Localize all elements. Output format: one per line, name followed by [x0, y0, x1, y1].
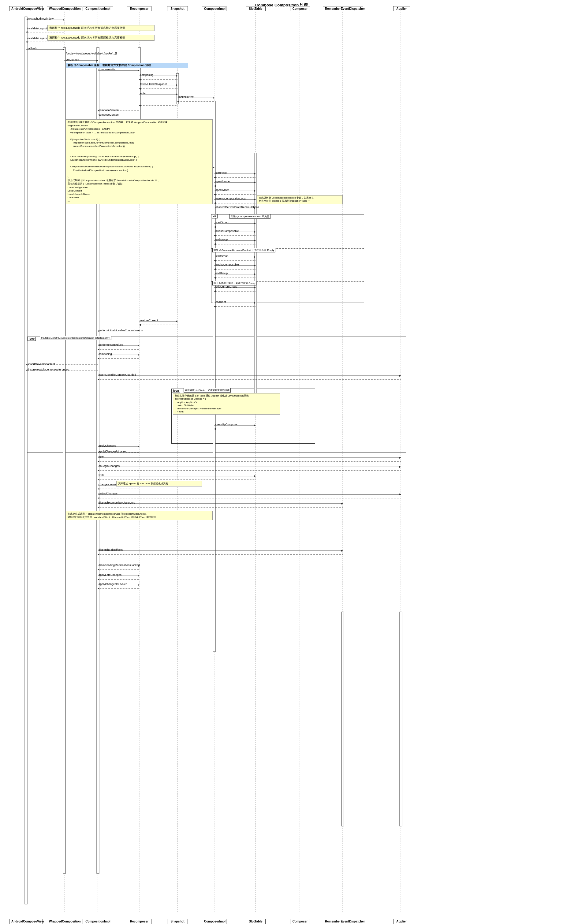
lifeline-footer-androidcomposeview: AndroidComposeView [9, 919, 43, 924]
label-changesinvoke: changes.invoke [99, 483, 118, 486]
label-applychangesinlocked2: applyChangesInLocked [99, 582, 127, 586]
note-changesinvoke: 实际通过 Applier 将 SlotTable 数据转化成实例 [116, 481, 202, 486]
svg-rect-14 [176, 74, 179, 104]
label-dispatchsideeffects: dispatchSideEffects [99, 548, 123, 551]
label-onattachedtowindow: onAttachedToWindow [27, 17, 54, 20]
label-endgroup1: endGroup [215, 238, 228, 241]
label-startgroup1: startGroup [215, 221, 228, 224]
lifeline-header-compositionimpl: CompositionImpl [83, 6, 113, 11]
lifeline-footer-snapshot: Snapshot [167, 919, 188, 924]
lifeline-header-composerimpl: ComposerImpl [202, 6, 227, 11]
label-insertmovablecontentreferences: insertMovableContentReferences [28, 368, 69, 371]
lifeline-header-androidcomposeview: AndroidComposeView [9, 6, 43, 11]
label-openwriter: openWriter [215, 189, 229, 192]
label-takemutablesnapshot: takeMutableSnapshot [140, 82, 167, 86]
note-composable-content: 在此时开始真正解析 @Composable content 的内容，如果对 Wr… [66, 119, 213, 204]
label-startgroup2: startGroup [215, 255, 228, 258]
label-performinitialmovable: performInitialMovableContentInserts [99, 329, 143, 332]
label-cleanupcompose: cleanUpCompose [215, 423, 237, 426]
note-alt-condition2: 如果 @Composable savedContent 不为空且不是 Empty [212, 248, 275, 252]
lifeline-footer-compositionimpl: CompositionImpl [83, 919, 113, 924]
lifeline-header-recomposer: Recomposer [127, 6, 152, 11]
label-composecontent1: composeContent [99, 109, 119, 112]
svg-rect-11 [63, 47, 66, 873]
label-enter: enter [140, 92, 147, 95]
lifeline-footer-composer: Composer [290, 919, 310, 924]
svg-rect-10 [25, 17, 27, 904]
label-insertmovablecontent: insertMovableContent [28, 363, 55, 366]
label-skipcurrentgroup: skipCurrentGroup [215, 285, 237, 288]
lifeline-footer-recomposer: Recomposer [127, 919, 152, 924]
label-applychanges: applyChanges [99, 444, 116, 447]
label-callback: callback [27, 47, 37, 50]
lifeline-footer-wrappedcomposition: WrappedComposition [47, 919, 82, 924]
alt-label: alt [212, 214, 218, 219]
label-startroot: startRoot [215, 171, 227, 174]
lifeline-header-slottable: SlotTable [246, 6, 266, 11]
label-observederivedstate: observeDerivedStateRecalculations [215, 206, 259, 208]
label-composeinitial: composeInitial [99, 68, 116, 71]
label-new: new [99, 455, 104, 458]
lifeline-header-composer: Composer [290, 6, 310, 11]
alt-frame [211, 214, 364, 303]
label-performinsertvalues: performInsertValues [99, 343, 123, 346]
note-inner-loop-condition: 遍历遍历 slotTable，记录需要重置的操作 [183, 388, 231, 393]
diagram-container: Compose Composition 过程 [0, 0, 563, 924]
lifeline-footer-applier: Applier [393, 919, 410, 924]
svg-rect-17 [341, 612, 344, 826]
note-loop-condition: {mutableListOf<MovableContentStateRefere… [40, 336, 111, 340]
note-invalidatelayers: 遍历整个 root LayoutNode 层次结构将所有图层标记为需要检查 [47, 35, 155, 41]
label-composecontent2: composeContent [99, 113, 119, 116]
label-restorecurrent: restoreCurrent [140, 319, 158, 322]
label-invokecomposable1: invokeComposable [215, 230, 239, 232]
label-dispatchrememberobservers: dispatchRememberObservers [99, 501, 135, 504]
note-alt-condition1: 如果 @Composable content 不为空 [230, 214, 270, 219]
note-invalidatelayout: 遍历整个 root LayoutNode 层次结构将所有节点标记为需要测量 [47, 25, 155, 31]
label-composing1: composing [140, 74, 154, 76]
lifeline-header-snapshot: Snapshot [167, 6, 188, 11]
label-endroot: endRoot [215, 300, 226, 303]
label-onbeginchanges: onBeginChanges [99, 465, 120, 468]
label-applychangesinlocked1: applyChangesInLocked [99, 450, 127, 453]
note-resolvecompositionlocal: 在此处解析 LocalInspectionTables 参数，如果存在则将当前的… [257, 195, 343, 204]
label-makecurrent: makeCurrent [179, 96, 194, 99]
label-openreader: openReader [215, 180, 231, 183]
loop-label: loop [27, 336, 36, 341]
label-onendchanges: onEndChanges [99, 492, 117, 495]
note-alt-condition3: 以上条件都不满足，则跳过当前 Group [212, 281, 257, 285]
note-dispatch-timing: 在此处先后调用了 dispatchRememberObservers 和 dis… [66, 511, 213, 520]
lifeline-footer-composerimpl: ComposerImpl [202, 919, 227, 924]
lifeline-header-wrappedcomposition: WrappedComposition [47, 6, 82, 11]
lifeline-header-applier: Applier [393, 6, 410, 11]
label-invokecomposable2: invokeComposable [215, 263, 239, 266]
svg-rect-18 [399, 612, 402, 826]
label-applylatechanges: applyLateChanges [99, 573, 122, 576]
label-invalidatelayers: invalidateLayers [27, 37, 47, 40]
label-write: write [99, 474, 104, 477]
lifeline-footer-remembereventdispatcher: RememberEventDispatcher [323, 919, 363, 924]
label-setcontent: setContent [66, 58, 79, 61]
label-drainpending: drainPendingModificationsLocked [99, 564, 140, 567]
note-composition-header: 解析 @Composable 流程，也就是官方文档中的 Composition … [66, 63, 188, 68]
label-resolvecompositionlocal: resolveCompositionLocal [215, 197, 246, 200]
lifeline-header-remembereventdispatcher: RememberEventDispatcher [323, 6, 363, 11]
label-insertmovablecontentguarded: insertMovableContentGuarded [99, 373, 136, 376]
label-composing2: composing [99, 352, 112, 356]
note-inner-loop-detail: 此处实际存储的是 SlotTable 通过 Applier 转化成 Layout… [173, 393, 280, 415]
label-onviewtreeowners: [onViewTreeOwnersAvailable?.invoke(...)] [66, 52, 117, 55]
inner-loop-label: loop [172, 388, 180, 393]
label-endgroup2: endGroup [215, 272, 228, 275]
lifeline-footer-slottable: SlotTable [246, 919, 266, 924]
